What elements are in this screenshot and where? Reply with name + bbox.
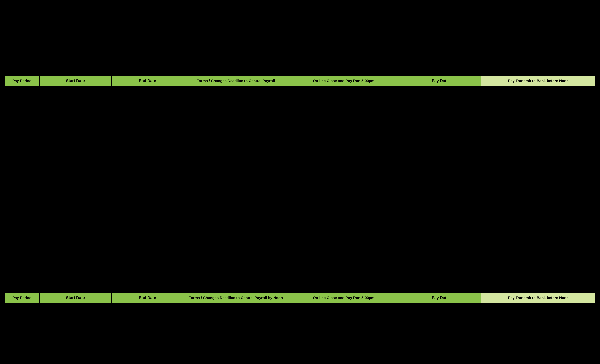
- bottom-table-container: Pay Period Start Date End Date Forms / C…: [4, 293, 596, 303]
- col-header-start-date-bottom: Start Date: [39, 293, 112, 303]
- col-header-forms-changes-top: Forms / Changes Deadline to Central Payr…: [183, 76, 288, 86]
- col-header-forms-changes-bottom: Forms / Changes Deadline to Central Payr…: [183, 293, 288, 303]
- col-header-online-close-top: On-line Close and Pay Run 5:00pm: [288, 76, 399, 86]
- col-header-end-date-top: End Date: [112, 76, 183, 86]
- col-header-pay-transmit-top: Pay Transmit to Bank before Noon: [481, 76, 596, 86]
- col-header-start-date-top: Start Date: [39, 76, 112, 86]
- col-header-pay-transmit-bottom: Pay Transmit to Bank before Noon: [481, 293, 596, 303]
- col-header-pay-period-bottom: Pay Period: [4, 293, 39, 303]
- payroll-schedule-table-bottom: Pay Period Start Date End Date Forms / C…: [4, 293, 596, 303]
- payroll-schedule-table-top: Pay Period Start Date End Date Forms / C…: [4, 76, 596, 86]
- col-header-end-date-bottom: End Date: [112, 293, 183, 303]
- col-header-pay-period-top: Pay Period: [4, 76, 39, 86]
- top-table-container: Pay Period Start Date End Date Forms / C…: [4, 76, 596, 86]
- col-header-online-close-bottom: On-line Close and Pay Run 5:00pm: [288, 293, 399, 303]
- col-header-pay-date-top: Pay Date: [399, 76, 481, 86]
- col-header-pay-date-bottom: Pay Date: [399, 293, 481, 303]
